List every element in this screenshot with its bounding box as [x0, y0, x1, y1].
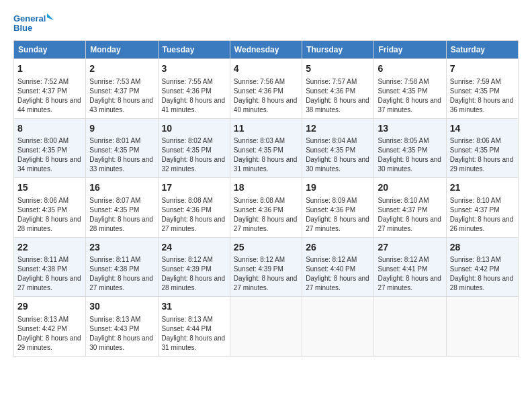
week-row-4: 22 Sunrise: 8:11 AM Sunset: 4:38 PM Dayl…: [14, 237, 519, 297]
sunset-label: Sunset: 4:44 PM: [162, 325, 212, 332]
calendar-cell: 11 Sunrise: 8:03 AM Sunset: 4:35 PM Dayl…: [230, 118, 302, 178]
day-number: 29: [17, 300, 82, 314]
week-row-3: 15 Sunrise: 8:06 AM Sunset: 4:35 PM Dayl…: [14, 178, 519, 238]
daylight-label: Daylight: 8 hours and 43 minutes.: [89, 97, 153, 113]
col-header-saturday: Saturday: [446, 41, 518, 59]
sunrise-label: Sunrise: 8:02 AM: [162, 137, 213, 144]
sunrise-label: Sunrise: 7:57 AM: [306, 78, 357, 85]
day-number: 24: [162, 241, 226, 255]
sunset-label: Sunset: 4:37 PM: [17, 87, 67, 95]
sunrise-label: Sunrise: 8:08 AM: [162, 197, 213, 204]
daylight-label: Daylight: 8 hours and 34 minutes.: [17, 156, 81, 173]
calendar-cell: 24 Sunrise: 8:12 AM Sunset: 4:39 PM Dayl…: [158, 237, 230, 297]
sunset-label: Sunset: 4:35 PM: [378, 146, 427, 154]
sunset-label: Sunset: 4:43 PM: [89, 325, 139, 332]
week-row-5: 29 Sunrise: 8:13 AM Sunset: 4:42 PM Dayl…: [14, 297, 519, 357]
daylight-label: Daylight: 8 hours and 31 minutes.: [234, 156, 298, 173]
daylight-label: Daylight: 8 hours and 26 minutes.: [450, 216, 514, 232]
day-number: 9: [89, 122, 154, 136]
sunrise-label: Sunrise: 8:13 AM: [162, 316, 213, 323]
sunset-label: Sunset: 4:36 PM: [306, 206, 355, 214]
day-number: 19: [306, 181, 370, 195]
calendar-table: SundayMondayTuesdayWednesdayThursdayFrid…: [13, 40, 519, 357]
sunset-label: Sunset: 4:35 PM: [89, 146, 139, 154]
svg-marker-2: [47, 13, 54, 20]
sunrise-label: Sunrise: 8:00 AM: [17, 137, 69, 144]
sunset-label: Sunset: 4:35 PM: [89, 206, 139, 214]
day-number: 6: [378, 62, 442, 76]
day-number: 22: [17, 241, 82, 255]
day-number: 13: [378, 122, 442, 136]
sunrise-label: Sunrise: 8:11 AM: [17, 256, 69, 263]
col-header-tuesday: Tuesday: [158, 41, 230, 59]
calendar-cell: 4 Sunrise: 7:56 AM Sunset: 4:36 PM Dayli…: [230, 59, 302, 119]
week-row-1: 1 Sunrise: 7:52 AM Sunset: 4:37 PM Dayli…: [14, 59, 519, 119]
sunset-label: Sunset: 4:40 PM: [306, 265, 355, 273]
calendar-cell: 15 Sunrise: 8:06 AM Sunset: 4:35 PM Dayl…: [14, 178, 86, 238]
sunset-label: Sunset: 4:36 PM: [306, 87, 355, 95]
sunrise-label: Sunrise: 8:13 AM: [450, 256, 501, 263]
sunset-label: Sunset: 4:37 PM: [89, 87, 139, 95]
svg-text:General: General: [13, 13, 46, 24]
sunset-label: Sunset: 4:35 PM: [306, 146, 355, 154]
calendar-cell: 2 Sunrise: 7:53 AM Sunset: 4:37 PM Dayli…: [86, 59, 158, 119]
calendar-cell: 7 Sunrise: 7:59 AM Sunset: 4:35 PM Dayli…: [446, 59, 518, 119]
sunset-label: Sunset: 4:35 PM: [17, 206, 67, 214]
sunset-label: Sunset: 4:39 PM: [234, 265, 283, 273]
sunrise-label: Sunrise: 7:59 AM: [450, 78, 501, 85]
day-number: 11: [234, 122, 298, 136]
calendar-cell: 23 Sunrise: 8:11 AM Sunset: 4:38 PM Dayl…: [86, 237, 158, 297]
sunset-label: Sunset: 4:42 PM: [450, 265, 500, 273]
sunset-label: Sunset: 4:35 PM: [17, 146, 67, 154]
sunrise-label: Sunrise: 7:52 AM: [17, 78, 69, 85]
daylight-label: Daylight: 8 hours and 27 minutes.: [234, 216, 298, 232]
day-number: 14: [450, 122, 515, 136]
daylight-label: Daylight: 8 hours and 44 minutes.: [17, 97, 81, 113]
logo: General Blue: [13, 11, 54, 38]
col-header-monday: Monday: [86, 41, 158, 59]
sunrise-label: Sunrise: 7:56 AM: [234, 78, 285, 85]
calendar-cell: 27 Sunrise: 8:12 AM Sunset: 4:41 PM Dayl…: [374, 237, 446, 297]
daylight-label: Daylight: 8 hours and 31 minutes.: [162, 334, 226, 351]
sunrise-label: Sunrise: 8:01 AM: [89, 137, 140, 144]
daylight-label: Daylight: 8 hours and 27 minutes.: [89, 275, 153, 291]
day-number: 3: [162, 62, 226, 76]
sunset-label: Sunset: 4:35 PM: [450, 146, 500, 154]
sunset-label: Sunset: 4:35 PM: [450, 87, 500, 95]
calendar-cell: 6 Sunrise: 7:58 AM Sunset: 4:35 PM Dayli…: [374, 59, 446, 119]
calendar-cell: 3 Sunrise: 7:55 AM Sunset: 4:36 PM Dayli…: [158, 59, 230, 119]
daylight-label: Daylight: 8 hours and 38 minutes.: [306, 97, 369, 113]
daylight-label: Daylight: 8 hours and 27 minutes.: [17, 275, 81, 291]
sunrise-label: Sunrise: 8:08 AM: [234, 197, 285, 204]
week-row-2: 8 Sunrise: 8:00 AM Sunset: 4:35 PM Dayli…: [14, 118, 519, 178]
daylight-label: Daylight: 8 hours and 28 minutes.: [162, 275, 226, 291]
day-number: 5: [306, 62, 370, 76]
svg-text:Blue: Blue: [13, 23, 32, 33]
col-header-friday: Friday: [374, 41, 446, 59]
daylight-label: Daylight: 8 hours and 27 minutes.: [306, 216, 369, 232]
daylight-label: Daylight: 8 hours and 27 minutes.: [234, 275, 298, 291]
calendar-cell: 14 Sunrise: 8:06 AM Sunset: 4:35 PM Dayl…: [446, 118, 518, 178]
day-number: 25: [234, 241, 298, 255]
calendar-cell: 19 Sunrise: 8:09 AM Sunset: 4:36 PM Dayl…: [302, 178, 374, 238]
sunrise-label: Sunrise: 8:11 AM: [89, 256, 140, 263]
day-number: 15: [17, 181, 82, 195]
day-number: 20: [378, 181, 442, 195]
daylight-label: Daylight: 8 hours and 29 minutes.: [17, 334, 81, 351]
sunrise-label: Sunrise: 8:07 AM: [89, 197, 140, 204]
calendar-cell: 9 Sunrise: 8:01 AM Sunset: 4:35 PM Dayli…: [86, 118, 158, 178]
calendar-cell: 21 Sunrise: 8:10 AM Sunset: 4:37 PM Dayl…: [446, 178, 518, 238]
sunrise-label: Sunrise: 8:10 AM: [378, 197, 429, 204]
sunrise-label: Sunrise: 8:12 AM: [378, 256, 429, 263]
col-header-sunday: Sunday: [14, 41, 86, 59]
day-number: 8: [17, 122, 82, 136]
daylight-label: Daylight: 8 hours and 29 minutes.: [450, 156, 514, 173]
sunset-label: Sunset: 4:38 PM: [17, 265, 67, 273]
daylight-label: Daylight: 8 hours and 27 minutes.: [378, 216, 441, 232]
sunset-label: Sunset: 4:37 PM: [450, 206, 500, 214]
page-header: General Blue: [13, 11, 519, 38]
sunrise-label: Sunrise: 7:55 AM: [162, 78, 213, 85]
sunrise-label: Sunrise: 7:53 AM: [89, 78, 140, 85]
sunset-label: Sunset: 4:36 PM: [234, 87, 283, 95]
day-number: 21: [450, 181, 515, 195]
